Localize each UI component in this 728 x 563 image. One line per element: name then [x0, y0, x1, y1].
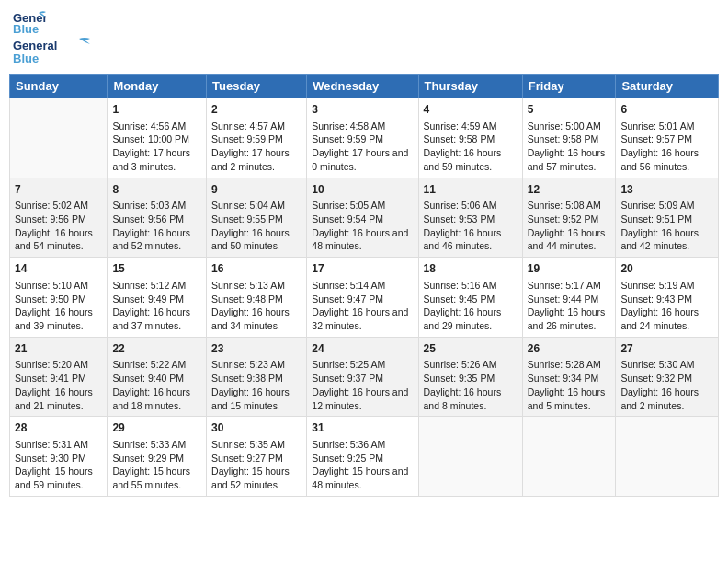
- daylight-text: Daylight: 16 hours and 59 minutes.: [424, 147, 502, 172]
- day-number: 22: [112, 341, 201, 357]
- sunrise-text: Sunrise: 5:33 AM: [112, 439, 186, 450]
- daylight-text: Daylight: 16 hours and 37 minutes.: [112, 306, 190, 331]
- day-number: 25: [424, 341, 518, 357]
- sunset-text: Sunset: 9:32 PM: [620, 373, 692, 384]
- sunset-text: Sunset: 9:45 PM: [424, 293, 495, 304]
- page-header: General Blue General Blue: [9, 9, 719, 66]
- sunrise-text: Sunrise: 5:03 AM: [112, 200, 186, 211]
- calendar-cell: 7Sunrise: 5:02 AMSunset: 9:56 PMDaylight…: [10, 178, 108, 258]
- sunset-text: Sunset: 9:58 PM: [424, 133, 495, 144]
- sunrise-text: Sunrise: 5:19 AM: [620, 280, 694, 291]
- calendar-cell: 21Sunrise: 5:20 AMSunset: 9:41 PMDayligh…: [10, 337, 108, 417]
- sunrise-text: Sunrise: 5:01 AM: [620, 121, 694, 132]
- sunrise-text: Sunrise: 5:22 AM: [112, 359, 186, 370]
- sunrise-text: Sunrise: 5:12 AM: [112, 280, 186, 291]
- day-header-sunday: Sunday: [10, 75, 108, 98]
- sunrise-text: Sunrise: 5:28 AM: [528, 359, 601, 370]
- daylight-text: Daylight: 16 hours and 8 minutes.: [424, 386, 502, 411]
- daylight-text: Daylight: 15 hours and 48 minutes.: [312, 465, 408, 490]
- calendar-cell: 4Sunrise: 4:59 AMSunset: 9:58 PMDaylight…: [418, 98, 522, 178]
- daylight-text: Daylight: 16 hours and 39 minutes.: [15, 306, 93, 331]
- day-number: 29: [112, 420, 201, 436]
- calendar-cell: 25Sunrise: 5:26 AMSunset: 9:35 PMDayligh…: [418, 337, 522, 417]
- sunset-text: Sunset: 9:38 PM: [211, 373, 283, 384]
- svg-text:Blue: Blue: [13, 52, 39, 65]
- daylight-text: Daylight: 16 hours and 2 minutes.: [620, 386, 699, 411]
- sunset-text: Sunset: 9:34 PM: [528, 373, 599, 384]
- day-number: 26: [528, 341, 611, 357]
- sunset-text: Sunset: 9:27 PM: [211, 453, 283, 464]
- day-number: 1: [112, 102, 201, 118]
- daylight-text: Daylight: 16 hours and 56 minutes.: [620, 147, 699, 172]
- daylight-text: Daylight: 16 hours and 52 minutes.: [112, 227, 190, 252]
- day-number: 17: [312, 261, 413, 277]
- calendar-cell: [10, 98, 108, 178]
- calendar-cell: [616, 417, 719, 497]
- day-number: 31: [312, 420, 413, 436]
- day-number: 9: [211, 182, 301, 198]
- day-number: 2: [211, 102, 301, 118]
- calendar-cell: 30Sunrise: 5:35 AMSunset: 9:27 PMDayligh…: [207, 417, 307, 497]
- daylight-text: Daylight: 16 hours and 34 minutes.: [211, 306, 290, 331]
- sunset-text: Sunset: 9:59 PM: [211, 133, 283, 144]
- calendar-cell: 18Sunrise: 5:16 AMSunset: 9:45 PMDayligh…: [418, 258, 522, 338]
- sunset-text: Sunset: 9:29 PM: [112, 453, 184, 464]
- sunrise-text: Sunrise: 5:00 AM: [528, 121, 601, 132]
- sunrise-text: Sunrise: 4:59 AM: [424, 121, 497, 132]
- daylight-text: Daylight: 16 hours and 5 minutes.: [528, 386, 606, 411]
- day-number: 4: [424, 102, 518, 118]
- day-number: 14: [15, 261, 102, 277]
- sunrise-text: Sunrise: 5:23 AM: [211, 359, 285, 370]
- daylight-text: Daylight: 16 hours and 57 minutes.: [528, 147, 606, 172]
- daylight-text: Daylight: 16 hours and 26 minutes.: [528, 306, 606, 331]
- sunrise-text: Sunrise: 4:58 AM: [312, 121, 385, 132]
- sunset-text: Sunset: 9:37 PM: [312, 373, 383, 384]
- calendar-cell: 12Sunrise: 5:08 AMSunset: 9:52 PMDayligh…: [522, 178, 616, 258]
- daylight-text: Daylight: 16 hours and 24 minutes.: [620, 306, 699, 331]
- daylight-text: Daylight: 16 hours and 29 minutes.: [424, 306, 502, 331]
- sunrise-text: Sunrise: 5:13 AM: [211, 280, 285, 291]
- daylight-text: Daylight: 16 hours and 12 minutes.: [312, 386, 408, 411]
- week-row-3: 14Sunrise: 5:10 AMSunset: 9:50 PMDayligh…: [10, 258, 719, 338]
- calendar-cell: [418, 417, 522, 497]
- sunset-text: Sunset: 9:43 PM: [620, 293, 692, 304]
- day-number: 11: [424, 182, 518, 198]
- week-row-4: 21Sunrise: 5:20 AMSunset: 9:41 PMDayligh…: [10, 337, 719, 417]
- week-row-1: 1Sunrise: 4:56 AMSunset: 10:00 PMDayligh…: [10, 98, 719, 178]
- sunset-text: Sunset: 9:47 PM: [312, 293, 383, 304]
- day-number: 5: [528, 102, 611, 118]
- calendar-cell: 10Sunrise: 5:05 AMSunset: 9:54 PMDayligh…: [307, 178, 418, 258]
- day-number: 7: [15, 182, 102, 198]
- calendar-cell: 19Sunrise: 5:17 AMSunset: 9:44 PMDayligh…: [522, 258, 616, 338]
- day-header-saturday: Saturday: [616, 75, 719, 98]
- day-number: 8: [112, 182, 201, 198]
- sunrise-text: Sunrise: 5:20 AM: [15, 359, 88, 370]
- daylight-text: Daylight: 16 hours and 46 minutes.: [424, 227, 502, 252]
- day-number: 3: [312, 102, 413, 118]
- sunset-text: Sunset: 9:59 PM: [312, 133, 383, 144]
- day-header-thursday: Thursday: [418, 75, 522, 98]
- calendar-cell: 22Sunrise: 5:22 AMSunset: 9:40 PMDayligh…: [108, 337, 207, 417]
- week-row-5: 28Sunrise: 5:31 AMSunset: 9:30 PMDayligh…: [10, 417, 719, 497]
- sunrise-text: Sunrise: 5:06 AM: [424, 200, 497, 211]
- day-number: 10: [312, 182, 413, 198]
- day-number: 13: [620, 182, 713, 198]
- daylight-text: Daylight: 15 hours and 55 minutes.: [112, 465, 190, 490]
- sunset-text: Sunset: 9:57 PM: [620, 133, 692, 144]
- sunrise-text: Sunrise: 5:30 AM: [620, 359, 694, 370]
- sunset-text: Sunset: 9:54 PM: [312, 213, 383, 224]
- logo: General Blue General Blue: [13, 9, 96, 66]
- calendar-table: SundayMondayTuesdayWednesdayThursdayFrid…: [9, 74, 719, 497]
- day-number: 24: [312, 341, 413, 357]
- calendar-cell: 17Sunrise: 5:14 AMSunset: 9:47 PMDayligh…: [307, 258, 418, 338]
- svg-text:General: General: [13, 39, 57, 52]
- daylight-text: Daylight: 16 hours and 54 minutes.: [15, 227, 93, 252]
- sunset-text: Sunset: 9:44 PM: [528, 293, 599, 304]
- daylight-text: Daylight: 17 hours and 2 minutes.: [211, 147, 290, 172]
- daylight-text: Daylight: 16 hours and 21 minutes.: [15, 386, 93, 411]
- calendar-cell: 20Sunrise: 5:19 AMSunset: 9:43 PMDayligh…: [616, 258, 719, 338]
- sunset-text: Sunset: 9:25 PM: [312, 453, 383, 464]
- sunset-text: Sunset: 9:49 PM: [112, 293, 184, 304]
- sunset-text: Sunset: 9:51 PM: [620, 213, 692, 224]
- sunset-text: Sunset: 9:40 PM: [112, 373, 184, 384]
